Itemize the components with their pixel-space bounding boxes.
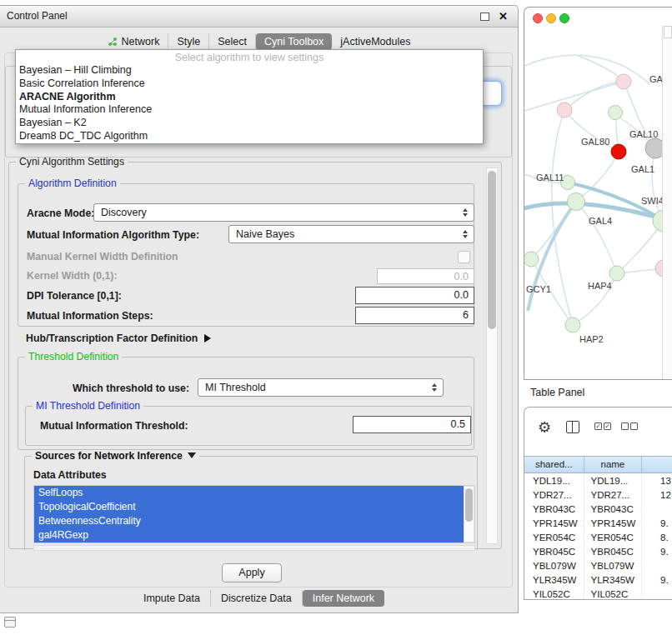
cell: 13 [642,474,672,488]
table-row[interactable]: YDL19...YDL19...13 [524,474,672,488]
network-node[interactable] [565,318,580,332]
columns-icon[interactable] [566,421,579,433]
cell [642,559,672,573]
algorithm-option-selected[interactable]: ARACNE Algorithm [16,91,483,104]
combo-stepper-icon [428,383,440,392]
mac-close-button[interactable] [533,13,543,23]
network-node-gal4[interactable] [568,193,585,211]
algorithm-option[interactable]: Bayesian – Hill Climbing [16,64,483,78]
hub-definition-toggle[interactable]: Hub/Transcription Factor Definition [26,330,211,345]
cell: YIL052C [584,588,643,600]
cell: YBR043C [524,502,584,517]
deselect-all-icon[interactable] [621,422,638,430]
table-body: YDL19...YDL19...13 YDR27...YDR27...12 YB… [524,474,672,599]
aracne-mode-label: Aracne Mode: [27,205,94,222]
sources-toggle[interactable]: Sources for Network Inference [32,450,199,462]
table-row[interactable]: YBR043CYBR043C [524,502,672,517]
column-header-shared[interactable]: shared... [524,457,584,472]
mac-zoom-button[interactable] [559,13,569,23]
tab-select-label: Select [218,36,247,48]
list-item[interactable]: gal4RGexp [34,528,464,542]
combo-stepper-icon [459,230,471,238]
which-threshold-label: Which threshold to use: [73,380,189,397]
tab-cyni-toolbox-label: Cyni Toolbox [264,36,323,48]
table-row[interactable]: YBL079WYBL079W [524,559,672,573]
threshold-definition-group: Threshold Definition Which threshold to … [18,357,474,450]
settings-scrollbar-thumb[interactable] [488,171,496,329]
which-threshold-combobox[interactable]: MI Threshold [198,378,444,397]
algorithm-option[interactable]: Dream8 DC_TDC Algorithm [16,130,483,143]
mi-steps-field[interactable]: 6 [355,307,474,324]
kernel-width-field[interactable]: 0.0 [377,268,474,284]
table-row[interactable]: YIL052CYIL052C [524,588,672,600]
select-all-icon[interactable]: ✓ ✓ [594,422,611,430]
cell: YER054C [584,531,643,545]
network-view-window: GAL8 GAL80 GAL10 GAL11 GAL1 SWI4 GAL4 GC… [524,7,672,380]
mi-threshold-field[interactable]: 0.5 [353,416,471,433]
list-item[interactable]: BetweennessCentrality [34,514,464,528]
node-label: GCY1 [526,284,551,294]
float-window-icon[interactable] [480,12,489,21]
cell: YIL052C [524,588,584,600]
network-node-selected[interactable] [611,144,626,159]
checked-box-icon: ✓ [594,422,602,430]
manual-kernel-width-checkbox[interactable] [458,251,470,263]
network-scrollbar[interactable] [662,26,672,379]
node-label: GAL11 [536,172,564,182]
tab-impute-data[interactable]: Impute Data [133,590,211,607]
column-header-name[interactable]: name [584,457,643,472]
tab-style[interactable]: Style [168,33,209,50]
settings-scrollbar[interactable] [486,168,498,544]
network-node[interactable] [609,106,623,120]
tab-jactivemodules[interactable]: jActiveModules [332,33,419,50]
aracne-mode-combobox[interactable]: Discovery [93,203,474,222]
cell: YBR043C [584,502,643,517]
mac-minimize-button[interactable] [546,13,556,23]
column-header-extra[interactable] [642,457,672,472]
cell: YDL19... [524,474,584,488]
algorithm-option[interactable]: Mutual Information Inference [16,103,483,117]
table-panel-title: Table Panel [530,387,584,398]
tab-cyni-toolbox[interactable]: Cyni Toolbox [256,33,332,50]
tab-discretize-data[interactable]: Discretize Data [211,590,303,607]
checked-box-icon: ✓ [604,422,611,430]
network-node[interactable] [557,102,572,118]
algorithm-option[interactable]: Bayesian – K2 [16,117,483,130]
table-row[interactable]: YPR145WYPR145W9. [524,517,672,531]
dpi-tolerance-label: DPI Tolerance [0,1]: [27,288,122,304]
list-scrollbar[interactable] [464,486,474,542]
algorithm-option[interactable]: Basic Correlation Inference [16,78,483,91]
apply-button[interactable]: Apply [222,563,282,582]
network-canvas[interactable] [524,8,672,380]
mi-algorithm-type-value: Naive Bayes [236,228,459,240]
table-row[interactable]: YDR27...YDR27...12 [524,488,672,502]
table-row[interactable]: YLR345WYLR345W9. [524,573,672,588]
tab-style-label: Style [177,36,200,48]
data-attributes-list: SelfLoops TopologicalCoefficient Between… [33,485,475,543]
close-icon[interactable]: ✕ [499,6,508,27]
dpi-tolerance-field[interactable]: 0.0 [355,287,474,304]
list-horizontal-scrollbar[interactable] [33,545,475,551]
mi-algorithm-type-label: Mutual Information Algorithm Type: [27,227,199,243]
tab-infer-network[interactable]: Infer Network [303,590,384,607]
network-node[interactable] [616,74,631,89]
network-node[interactable] [524,252,539,267]
mi-algorithm-type-combobox[interactable]: Naive Bayes [228,225,474,243]
list-scrollbar-thumb[interactable] [465,488,473,522]
network-node[interactable] [609,266,624,281]
expand-right-icon [204,334,211,342]
list-item[interactable]: SelfLoops [34,486,464,500]
tab-select[interactable]: Select [209,33,256,50]
cell: YBL079W [524,559,584,573]
cell: YLR345W [524,573,584,588]
table-row[interactable]: YER054CYER054C8. [524,531,672,545]
minimized-panel-icon[interactable] [4,617,16,628]
table-row[interactable]: YBR045CYBR045C9. [524,545,672,559]
list-item[interactable]: TopologicalCoefficient [34,500,464,514]
table-panel-window: ⚙ ✓ ✓ shared... name YDL19...YDL19...13 … [524,407,672,600]
node-label: GAL4 [589,216,612,226]
network-scroll-button[interactable] [664,26,672,38]
tab-network[interactable]: Network [99,33,169,50]
gear-icon[interactable]: ⚙ [538,419,551,436]
algorithm-definition-group: Algorithm Definition Aracne Mode: Discov… [18,183,474,327]
